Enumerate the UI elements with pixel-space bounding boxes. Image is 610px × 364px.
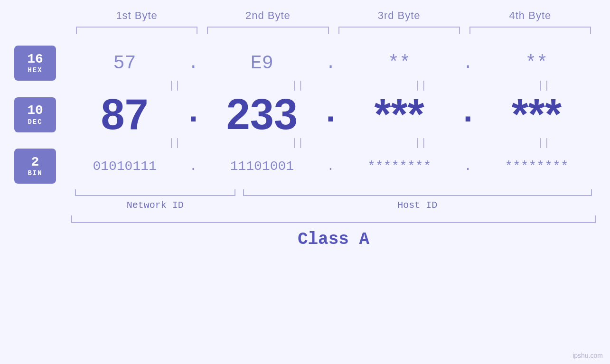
hex-row: 16 HEX 57 . E9 . ** . ** [14, 46, 596, 81]
bin-b2: 11101001 [203, 159, 321, 174]
byte-headers: 1st Byte 2nd Byte 3rd Byte 4th Byte [71, 9, 596, 22]
hex-badge: 16 HEX [14, 46, 56, 81]
dec-dot1: . [184, 91, 203, 136]
bin-badge-number: 2 [31, 155, 39, 170]
equals-cell-1a: || [122, 81, 226, 91]
equals-cell-2b: || [245, 138, 349, 149]
dec-badge-number: 10 [27, 103, 43, 118]
dec-badge: 10 DEC [14, 97, 56, 132]
class-label: Class A [298, 230, 369, 249]
hex-dot1-value: . [188, 54, 198, 73]
bin-badge-label: BIN [28, 169, 42, 177]
equals-cell-2d: || [492, 138, 596, 149]
equals-row-1: || || || || [71, 81, 596, 91]
bracket-line-b1 [76, 27, 197, 34]
byte2-header: 2nd Byte [202, 9, 333, 22]
bin-values: 01010111 . 11101001 . ******** . *******… [66, 159, 596, 174]
host-bracket [239, 187, 596, 196]
bin-b3: ******** [340, 159, 459, 174]
watermark: ipshu.com [572, 352, 603, 359]
hex-values: 57 . E9 . ** . ** [66, 53, 596, 74]
hex-dot1: . [184, 54, 203, 73]
hex-dot2-value: . [326, 54, 336, 73]
dec-b3: *** [340, 93, 459, 136]
host-bracket-line [243, 189, 592, 196]
full-bottom-bracket [71, 215, 596, 225]
bin-dot1: . [184, 159, 203, 174]
bin-b4-value: ******** [505, 159, 568, 174]
dec-dot2-value: . [326, 92, 335, 133]
hex-b2: E9 [203, 53, 321, 74]
dec-b1-value: 87 [101, 91, 149, 138]
hex-b2-value: E9 [251, 53, 273, 74]
bracket-b1 [71, 27, 202, 36]
main-container: 1st Byte 2nd Byte 3rd Byte 4th Byte 16 H… [0, 0, 610, 364]
equals-spacer-1 [71, 81, 113, 91]
bracket-b4 [465, 27, 596, 36]
id-labels-row: Network ID Host ID [71, 200, 596, 211]
equals-row-2: || || || || [71, 138, 596, 149]
equals-cell-1d: || [492, 81, 596, 91]
bin-dot1-value: . [189, 159, 197, 174]
dec-b1: 87 [66, 93, 184, 136]
dec-b2: 233 [203, 93, 321, 136]
dec-row: 10 DEC 87 . 233 . *** . *** [14, 91, 596, 138]
bracket-b2 [202, 27, 333, 36]
bin-b1: 01010111 [66, 159, 184, 174]
bin-dot3-value: . [464, 159, 472, 174]
dec-badge-label: DEC [28, 118, 42, 126]
hex-badge-label: HEX [28, 66, 42, 74]
byte4-header: 4th Byte [465, 9, 596, 22]
bin-b1-value: 01010111 [93, 159, 156, 174]
bin-b3-value: ******** [367, 159, 431, 174]
equals-cell-2a: || [122, 138, 226, 149]
dec-b3-value: *** [375, 91, 424, 138]
top-bracket-row [71, 27, 596, 36]
hex-dot3-value: . [463, 54, 473, 73]
bracket-line-b2 [207, 27, 328, 34]
dec-b4-value: *** [512, 91, 562, 138]
bracket-b3 [334, 27, 465, 36]
hex-b4-value: ** [525, 53, 548, 74]
full-bracket-line [71, 215, 596, 223]
dec-b2-value: 233 [226, 91, 298, 138]
host-id-label: Host ID [239, 200, 596, 211]
hex-dot2: . [321, 54, 340, 73]
dec-dot3-value: . [463, 92, 472, 133]
bin-b4: ******** [478, 159, 596, 174]
bin-badge: 2 BIN [14, 149, 56, 184]
hex-dot3: . [459, 54, 478, 73]
bin-row: 2 BIN 01010111 . 11101001 . ******** . [14, 149, 596, 184]
hex-badge-number: 16 [27, 52, 43, 67]
bracket-line-b4 [469, 27, 591, 34]
class-row: Class A [71, 230, 596, 249]
network-bracket-line [75, 189, 235, 196]
bin-dot3: . [459, 159, 478, 174]
byte3-header: 3rd Byte [334, 9, 465, 22]
network-id-label: Network ID [71, 200, 239, 211]
dec-values: 87 . 233 . *** . *** [66, 91, 596, 138]
hex-b1: 57 [66, 53, 184, 74]
bin-b2-value: 11101001 [230, 159, 294, 174]
equals-cell-1c: || [369, 81, 473, 91]
dec-dot1-value: . [189, 92, 198, 133]
dec-b4: *** [478, 93, 596, 136]
byte1-header: 1st Byte [71, 9, 202, 22]
bin-dot2-value: . [327, 159, 335, 174]
equals-cell-2c: || [369, 138, 473, 149]
equals-cell-1b: || [245, 81, 349, 91]
network-bracket [71, 187, 239, 196]
dec-dot3: . [459, 91, 478, 136]
hex-b3-value: ** [388, 53, 411, 74]
equals-spacer-2 [71, 138, 113, 149]
bin-dot2: . [321, 159, 340, 174]
hex-b3: ** [340, 53, 459, 74]
dec-dot2: . [321, 91, 340, 136]
hex-b1-value: 57 [113, 53, 136, 74]
hex-b4: ** [478, 53, 596, 74]
bottom-split-bracket [71, 187, 596, 196]
bracket-line-b3 [338, 27, 460, 34]
